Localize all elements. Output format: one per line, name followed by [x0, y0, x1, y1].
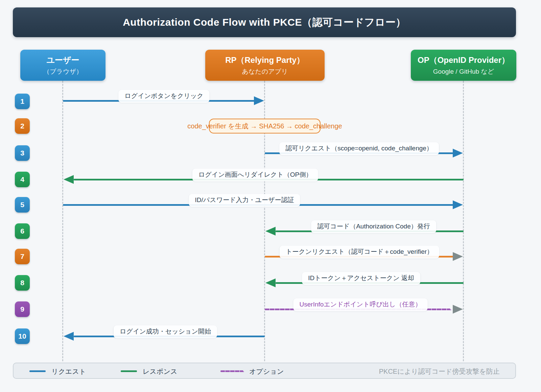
legend-request-line-icon: [29, 370, 46, 372]
message-label-3: 認可リクエスト（scope=openid, code_challenge）: [279, 142, 439, 155]
message-label-4: ログイン画面へリダイレクト（OP側）: [192, 169, 318, 181]
step-badge-9: 9: [15, 301, 30, 317]
arrowhead-right-icon: [453, 200, 463, 209]
legend-pkce-note: PKCEにより認可コード傍受攻撃を防止: [379, 367, 500, 376]
message-label-7: トークンリクエスト（認可コード＋code_verifier）: [280, 246, 439, 259]
legend-optional-label: オプション: [249, 367, 284, 376]
message-label-10: ログイン成功・セッション開始: [114, 325, 217, 338]
arrowhead-left-icon: [64, 332, 74, 341]
self-note-step-2: code_verifier を生成 → SHA256 → code_challe…: [209, 119, 321, 133]
actor-subtitle: Google / GitHub など: [433, 67, 494, 76]
step-badge-1: 1: [15, 94, 30, 109]
actor-title: OP（OpenID Provider）: [418, 55, 510, 66]
arrowhead-right-icon: [453, 305, 463, 314]
arrowhead-right-icon: [453, 252, 463, 261]
actor-subtitle: あなたのアプリ: [242, 67, 288, 76]
actor-box-user: ユーザー （ブラウザ）: [20, 50, 105, 81]
legend-response-label: レスポンス: [143, 367, 177, 376]
actor-subtitle: （ブラウザ）: [43, 67, 83, 76]
arrowhead-left-icon: [265, 278, 276, 287]
actor-box-op: OP（OpenID Provider） Google / GitHub など: [411, 50, 516, 81]
step-badge-3: 3: [15, 145, 30, 161]
legend-request-label: リクエスト: [51, 367, 86, 376]
legend: リクエスト レスポンス オプション PKCEにより認可コード傍受攻撃を防止: [13, 363, 516, 379]
arrowhead-right-icon: [254, 96, 264, 105]
step-badge-5: 5: [15, 197, 30, 213]
sequence-diagram: Authorization Code Flow with PKCE（認可コードフ…: [0, 0, 541, 392]
step-badge-4: 4: [15, 172, 30, 187]
step-badge-6: 6: [15, 223, 30, 239]
message-label-1: ログインボタンをクリック: [118, 90, 209, 103]
message-label-9: UserInfoエンドポイント呼び出し（任意）: [293, 298, 428, 311]
diagram-title: Authorization Code Flow with PKCE（認可コードフ…: [123, 16, 406, 29]
step-badge-7: 7: [15, 249, 30, 264]
lifeline-user: [62, 81, 63, 361]
step-badge-2: 2: [15, 118, 30, 134]
arrowhead-left-icon: [265, 227, 276, 236]
self-note-text: code_verifier を生成 → SHA256 → code_challe…: [187, 122, 342, 131]
actor-title: RP（Relying Party）: [225, 55, 305, 66]
actor-title: ユーザー: [46, 55, 79, 66]
message-label-6: 認可コード（Authorization Code）発行: [311, 220, 436, 233]
actor-box-rp: RP（Relying Party） あなたのアプリ: [205, 50, 325, 81]
message-label-5: ID/パスワード入力・ユーザー認証: [189, 194, 300, 207]
legend-optional-line-icon: [220, 370, 244, 372]
lifeline-op: [463, 81, 464, 361]
step-badge-8: 8: [15, 275, 30, 291]
message-label-8: IDトークン＋アクセストークン 返却: [302, 272, 420, 285]
arrowhead-left-icon: [64, 175, 74, 184]
step-badge-10: 10: [15, 328, 30, 344]
legend-response-line-icon: [121, 370, 137, 372]
diagram-title-bar: Authorization Code Flow with PKCE（認可コードフ…: [13, 7, 516, 37]
arrowhead-right-icon: [453, 149, 463, 157]
